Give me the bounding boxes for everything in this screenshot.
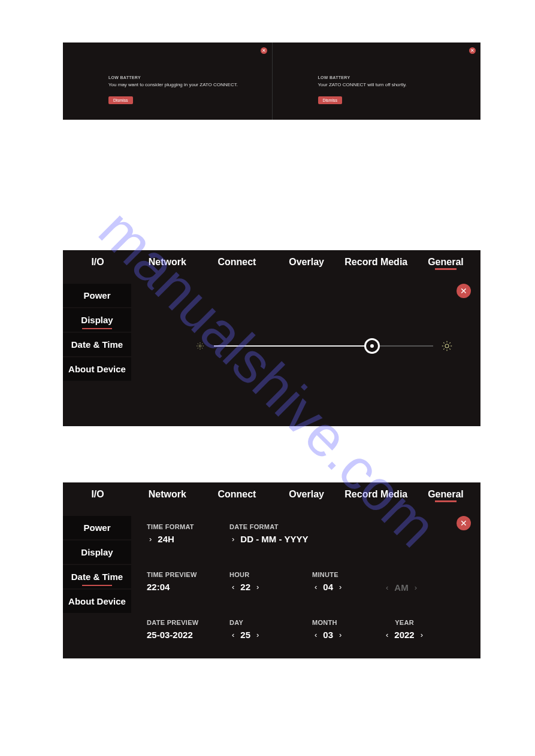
value-minute: 04: [323, 582, 333, 592]
tab-io[interactable]: I/O: [63, 489, 132, 500]
settings-display-panel: I/O Network Connect Overlay Record Media…: [63, 250, 480, 426]
value-time-format: 24H: [158, 534, 174, 544]
svg-line-8: [202, 344, 202, 344]
svg-line-15: [449, 348, 451, 350]
chevron-right-icon[interactable]: ›: [229, 535, 237, 544]
label-time-preview: TIME PREVIEW: [147, 571, 197, 578]
sidebar-item-display[interactable]: Display: [63, 541, 131, 564]
value-time-preview: 22:04: [147, 582, 197, 592]
sidebar-item-power[interactable]: Power: [63, 516, 131, 539]
tab-bar: I/O Network Connect Overlay Record Media…: [63, 482, 480, 506]
close-icon[interactable]: ✕: [261, 47, 267, 54]
sidebar: Power Display Date & Time About Device: [63, 516, 131, 613]
close-icon[interactable]: ✕: [457, 284, 471, 298]
label-time-format: TIME FORMAT: [147, 523, 194, 530]
chevron-right-icon[interactable]: ›: [337, 582, 344, 591]
tab-general[interactable]: General: [411, 257, 480, 268]
notification-low-battery-2: ✕ LOW BATTERY Your ZATO CONNECT will tur…: [272, 42, 481, 120]
chevron-right-icon[interactable]: ›: [254, 630, 261, 639]
svg-line-7: [198, 348, 198, 348]
notification-title: LOW BATTERY: [318, 75, 407, 80]
sidebar-item-display[interactable]: Display: [63, 308, 131, 332]
label-minute: MINUTE: [312, 571, 344, 578]
value-ampm: AM: [394, 582, 408, 593]
chevron-right-icon[interactable]: ›: [418, 630, 425, 639]
svg-line-14: [443, 342, 445, 344]
settings-datetime-panel: I/O Network Connect Overlay Record Media…: [63, 482, 480, 658]
label-date-preview: DATE PREVIEW: [147, 619, 199, 626]
svg-line-5: [198, 344, 198, 344]
sidebar-item-date-time[interactable]: Date & Time: [63, 565, 131, 588]
tab-network[interactable]: Network: [132, 489, 202, 500]
sidebar-item-about-device[interactable]: About Device: [63, 357, 131, 381]
tab-record-media[interactable]: Record Media: [341, 257, 411, 268]
notification-message: Your ZATO CONNECT will turn off shortly.: [318, 82, 407, 87]
tab-connect[interactable]: Connect: [202, 257, 271, 268]
tab-io[interactable]: I/O: [63, 257, 132, 268]
sidebar-item-power[interactable]: Power: [63, 284, 131, 307]
sidebar: Power Display Date & Time About Device: [63, 284, 131, 381]
chevron-left-icon[interactable]: ‹: [383, 583, 391, 592]
brightness-high-icon: [442, 341, 452, 351]
notification-low-battery-1: ✕ LOW BATTERY You may want to consider p…: [63, 42, 272, 120]
value-day: 25: [240, 630, 250, 640]
value-hour: 22: [240, 582, 250, 592]
value-date-preview: 25-03-2022: [147, 630, 199, 640]
slider-fill: [214, 345, 372, 347]
svg-line-17: [449, 342, 451, 344]
tab-general[interactable]: General: [411, 489, 480, 500]
label-hour: HOUR: [229, 571, 261, 578]
slider-track[interactable]: [214, 345, 433, 347]
value-year: 2022: [394, 630, 414, 640]
tab-overlay[interactable]: Overlay: [272, 489, 341, 500]
chevron-left-icon[interactable]: ‹: [383, 630, 391, 639]
tab-network[interactable]: Network: [132, 257, 202, 268]
tab-record-media[interactable]: Record Media: [341, 489, 411, 500]
chevron-left-icon[interactable]: ‹: [312, 582, 319, 591]
svg-point-9: [445, 344, 449, 348]
chevron-left-icon[interactable]: ‹: [229, 582, 237, 591]
chevron-left-icon[interactable]: ‹: [229, 630, 237, 639]
dismiss-button[interactable]: Dismiss: [108, 96, 133, 104]
brightness-low-icon: [196, 342, 204, 350]
svg-point-0: [199, 345, 201, 347]
chevron-right-icon[interactable]: ›: [147, 535, 154, 544]
notification-message: You may want to consider plugging in you…: [108, 82, 238, 87]
value-month: 03: [323, 630, 333, 640]
sidebar-item-about-device[interactable]: About Device: [63, 590, 131, 613]
notification-area: ✕ LOW BATTERY You may want to consider p…: [63, 42, 480, 120]
label-month: MONTH: [312, 619, 344, 626]
label-year: YEAR: [383, 619, 425, 626]
chevron-right-icon[interactable]: ›: [254, 582, 261, 591]
tab-overlay[interactable]: Overlay: [272, 257, 341, 268]
label-day: DAY: [229, 619, 261, 626]
label-date-format: DATE FORMAT: [229, 523, 308, 530]
dismiss-button[interactable]: Dismiss: [318, 96, 343, 104]
chevron-left-icon[interactable]: ‹: [312, 630, 319, 639]
brightness-slider: [195, 334, 452, 358]
chevron-right-icon[interactable]: ›: [412, 583, 419, 592]
svg-line-6: [202, 348, 202, 348]
value-date-format: DD - MM - YYYY: [240, 534, 308, 544]
datetime-content: TIME FORMAT › 24H DATE FORMAT › DD - MM …: [147, 518, 468, 652]
notification-title: LOW BATTERY: [108, 75, 238, 80]
chevron-right-icon[interactable]: ›: [337, 630, 344, 639]
sidebar-item-date-time[interactable]: Date & Time: [63, 333, 131, 356]
slider-thumb[interactable]: [364, 338, 380, 354]
tab-connect[interactable]: Connect: [202, 489, 271, 500]
tab-bar: I/O Network Connect Overlay Record Media…: [63, 250, 480, 274]
svg-line-16: [443, 348, 445, 350]
close-icon[interactable]: ✕: [469, 47, 476, 54]
